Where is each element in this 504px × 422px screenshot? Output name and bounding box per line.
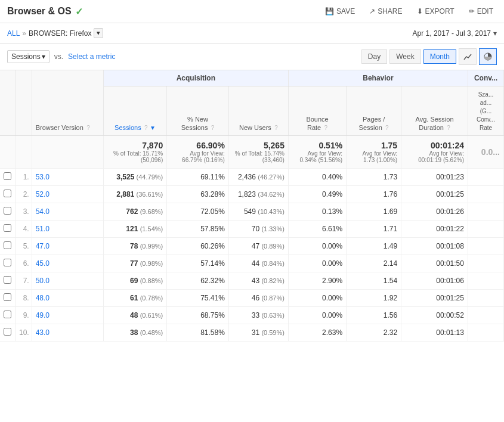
row-sessions-pct-9: (0.48%) (140, 329, 163, 336)
browser-link-4[interactable]: 47.0 (36, 242, 50, 250)
row-pct-new-2: 72.05% (167, 203, 229, 221)
row-new-users-3: 70 (1.33%) (228, 221, 288, 238)
select-metric-link[interactable]: Select a metric (68, 52, 115, 61)
browser-version-help[interactable]: ? (86, 125, 90, 131)
row-pages-6: 1.54 (347, 272, 401, 290)
save-button[interactable]: 💾 SAVE (321, 5, 358, 18)
row-checkbox-input-7[interactable] (4, 293, 11, 301)
row-browser-4[interactable]: 47.0 (32, 238, 103, 255)
totals-row: 7,870 % of Total: 15.71% (50,096) 66.90%… (0, 136, 504, 169)
row-checkbox-input-4[interactable] (4, 241, 11, 249)
row-sessions-6: 69 (0.88%) (103, 272, 167, 290)
data-table: Browser Version ? Acquisition Behavior C… (0, 70, 504, 342)
date-range-picker[interactable]: Apr 1, 2017 - Jul 3, 2017 ▾ (413, 29, 497, 38)
row-checkbox-5[interactable] (0, 255, 16, 272)
row-checkbox-8[interactable] (0, 307, 16, 324)
row-sessions-0: 3,525 (44.79%) (103, 169, 167, 186)
browser-link-5[interactable]: 45.0 (36, 259, 50, 268)
browser-link-3[interactable]: 51.0 (36, 225, 50, 233)
data-table-wrapper: Browser Version ? Acquisition Behavior C… (0, 70, 504, 342)
page-title-area: Browser & OS ✓ (7, 6, 83, 17)
row-checkbox-1[interactable] (0, 186, 16, 203)
row-browser-9[interactable]: 43.0 (32, 324, 103, 342)
breadcrumb-dropdown[interactable]: ▾ (94, 28, 103, 38)
totals-pct-new-sub: Avg for View: 66.79% (0.16%) (171, 150, 225, 163)
row-checkbox-9[interactable] (0, 324, 16, 342)
sessions-help-icon[interactable]: ? (144, 125, 148, 131)
avg-duration-help-icon[interactable]: ? (447, 125, 450, 131)
row-checkbox-6[interactable] (0, 272, 16, 290)
browser-link-8[interactable]: 49.0 (36, 311, 50, 319)
row-rank-4: 5. (16, 238, 32, 255)
avg-duration-header[interactable]: Avg. SessionDuration ? (401, 86, 468, 136)
row-checkbox-3[interactable] (0, 221, 16, 238)
row-new-users-9: 31 (0.59%) (228, 324, 288, 342)
date-range-arrow: ▾ (493, 29, 497, 38)
row-new-users-pct-2: (10.43%) (258, 208, 285, 215)
new-users-header[interactable]: New Users ? (228, 86, 288, 136)
row-checkbox-2[interactable] (0, 203, 16, 221)
share-button[interactable]: ↗ SHARE (366, 5, 406, 18)
row-checkbox-input-8[interactable] (4, 311, 11, 318)
row-pages-0: 1.73 (347, 169, 401, 186)
row-browser-7[interactable]: 48.0 (32, 290, 103, 307)
row-pct-new-6: 62.32% (167, 272, 229, 290)
pct-new-sessions-header[interactable]: % NewSessions ? (167, 86, 229, 136)
new-users-help-icon[interactable]: ? (274, 125, 278, 131)
row-browser-1[interactable]: 52.0 (32, 186, 103, 203)
row-checkbox-input-2[interactable] (4, 207, 11, 215)
row-checkbox-input-3[interactable] (4, 224, 11, 232)
browser-link-6[interactable]: 50.0 (36, 277, 50, 285)
row-checkbox-7[interactable] (0, 290, 16, 307)
browser-link-1[interactable]: 52.0 (36, 190, 50, 198)
pages-session-help-icon[interactable]: ? (385, 125, 389, 131)
pct-new-help-icon[interactable]: ? (211, 125, 215, 131)
browser-link-7[interactable]: 48.0 (36, 294, 50, 302)
totals-new-users-cell: 5,265 % of Total: 15.74% (33,460) (228, 136, 288, 169)
totals-checkbox-cell (0, 136, 16, 169)
browser-link-2[interactable]: 54.0 (36, 207, 50, 216)
row-sessions-2: 762 (9.68%) (103, 203, 167, 221)
row-sessions-pct-4: (0.99%) (140, 243, 163, 250)
browser-link-9[interactable]: 43.0 (36, 328, 50, 337)
bounce-rate-help-icon[interactable]: ? (324, 125, 328, 131)
row-pct-new-0: 69.11% (167, 169, 229, 186)
row-checkbox-input-5[interactable] (4, 259, 11, 266)
export-button[interactable]: ⬇ EXPORT (413, 5, 458, 18)
bounce-rate-header[interactable]: BounceRate ? (288, 86, 346, 136)
row-conv-4 (468, 238, 503, 255)
row-pages-2: 1.69 (347, 203, 401, 221)
browser-link-0[interactable]: 53.0 (36, 173, 50, 181)
row-browser-6[interactable]: 50.0 (32, 272, 103, 290)
row-conv-2 (468, 203, 503, 221)
line-chart-view-button[interactable] (459, 48, 477, 65)
row-browser-5[interactable]: 45.0 (32, 255, 103, 272)
row-checkbox-4[interactable] (0, 238, 16, 255)
time-controls: Day Week Month (361, 48, 497, 65)
row-browser-3[interactable]: 51.0 (32, 221, 103, 238)
week-button[interactable]: Week (389, 49, 420, 64)
row-browser-8[interactable]: 49.0 (32, 307, 103, 324)
save-label: SAVE (336, 7, 355, 15)
sessions-header[interactable]: Sessions ? ▼ (103, 86, 167, 136)
breadcrumb-all[interactable]: ALL (7, 29, 20, 38)
row-checkbox-input-1[interactable] (4, 190, 11, 197)
month-button[interactable]: Month (423, 49, 456, 64)
row-checkbox-0[interactable] (0, 169, 16, 186)
row-bounce-7: 0.00% (288, 290, 346, 307)
day-button[interactable]: Day (361, 49, 387, 64)
pages-session-header[interactable]: Pages /Session ? (347, 86, 401, 136)
row-checkbox-input-0[interactable] (4, 172, 11, 180)
table-row: 4. 51.0 121 (1.54%) 57.85% 70 (1.33%) 6.… (0, 221, 504, 238)
breadcrumb-sep: » (22, 29, 26, 38)
metric-select[interactable]: Sessions ▾ (7, 50, 50, 63)
totals-rank-cell (16, 136, 32, 169)
row-browser-2[interactable]: 54.0 (32, 203, 103, 221)
totals-bounce-sub: Avg for View: 0.34% (51.56%) (292, 150, 342, 163)
row-checkbox-input-9[interactable] (4, 328, 11, 336)
row-checkbox-input-6[interactable] (4, 276, 11, 284)
pie-chart-view-button[interactable] (479, 48, 497, 65)
row-browser-0[interactable]: 53.0 (32, 169, 103, 186)
edit-button[interactable]: ✏ EDIT (465, 5, 497, 18)
save-icon: 💾 (325, 7, 334, 15)
